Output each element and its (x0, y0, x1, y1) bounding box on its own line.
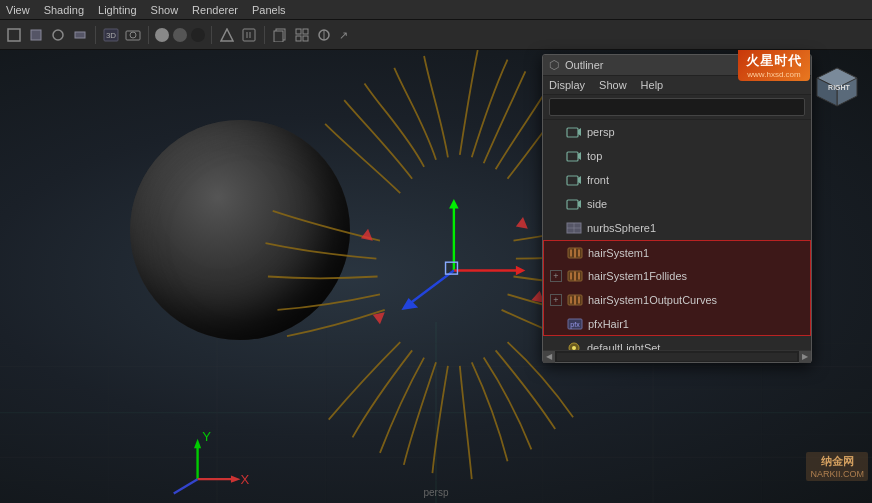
logo: 火星时代 www.hxsd.com (738, 50, 810, 81)
svg-point-2 (53, 30, 63, 40)
toolbar-separator-3 (211, 26, 212, 44)
expand-btn-outputcurves[interactable]: + (550, 294, 562, 306)
toolbar-circle-dark[interactable] (173, 28, 187, 42)
svg-rect-13 (274, 31, 283, 42)
hair-curves-icon (566, 291, 584, 309)
svg-marker-8 (221, 29, 233, 41)
3d-sphere (130, 120, 350, 340)
svg-rect-48 (446, 262, 458, 274)
hscroll-left-btn[interactable]: ◀ (543, 351, 555, 363)
item-hairoutputcurves-label: hairSystem1OutputCurves (588, 294, 804, 306)
svg-line-46 (406, 271, 454, 307)
menu-view[interactable]: View (6, 4, 30, 16)
svg-rect-3 (75, 32, 85, 38)
menu-panels[interactable]: Panels (252, 4, 286, 16)
item-hairfollides-label: hairSystem1Follides (588, 270, 804, 282)
outliner-menu-help[interactable]: Help (641, 78, 664, 92)
toolbar-separator-4 (264, 26, 265, 44)
outliner-icon: ⬡ (549, 58, 559, 72)
expand-btn-follides[interactable]: + (550, 270, 562, 282)
toolbar-icon-grid[interactable] (292, 25, 312, 45)
toolbar-separator-1 (95, 26, 96, 44)
svg-rect-16 (296, 36, 301, 41)
lightset-icon (565, 339, 583, 350)
svg-rect-56 (567, 128, 578, 137)
view-cube-label: RIGHT (828, 84, 851, 91)
item-hairsystem1-label: hairSystem1 (588, 247, 804, 259)
toolbar-icon-paint[interactable] (314, 25, 334, 45)
view-cube[interactable]: RIGHT (812, 58, 862, 108)
menu-lighting[interactable]: Lighting (98, 4, 137, 16)
outliner-item-pfxhair[interactable]: pfx pfxHair1 (543, 312, 811, 336)
svg-marker-47 (401, 298, 418, 310)
toolbar-circle-gray[interactable] (155, 28, 169, 42)
toolbar-icon-select[interactable] (4, 25, 24, 45)
outliner-title: Outliner (565, 59, 604, 71)
svg-text:3D: 3D (106, 31, 116, 40)
svg-rect-17 (303, 36, 308, 41)
outliner-search-area (543, 95, 811, 120)
toolbar-icon-render[interactable] (239, 25, 259, 45)
outliner-item-hairsystem1[interactable]: hairSystem1 (543, 240, 811, 264)
camera-icon (565, 195, 583, 213)
toolbar-circle-black[interactable] (191, 28, 205, 42)
svg-rect-1 (31, 30, 41, 40)
outliner-item-side[interactable]: side (543, 192, 811, 216)
outliner-search-input[interactable] (549, 98, 805, 116)
menu-show[interactable]: Show (151, 4, 179, 16)
item-front-label: front (587, 174, 805, 186)
svg-point-7 (130, 32, 136, 38)
svg-rect-0 (8, 29, 20, 41)
watermark-line2: NARKII.COM (810, 469, 864, 479)
svg-rect-15 (303, 29, 308, 34)
mesh-icon (565, 219, 583, 237)
outliner-item-front[interactable]: front (543, 168, 811, 192)
toolbar-icon-camera[interactable] (123, 25, 143, 45)
outliner-item-persp[interactable]: persp (543, 120, 811, 144)
camera-icon (565, 171, 583, 189)
outliner-item-hairoutputcurves[interactable]: + hairSystem1OutputCurves (543, 288, 811, 312)
toolbar-icon-scale[interactable] (70, 25, 90, 45)
svg-point-82 (572, 346, 576, 350)
item-top-label: top (587, 150, 805, 162)
toolbar-icon-export[interactable]: ↗ (336, 25, 356, 45)
item-side-label: side (587, 198, 805, 210)
camera-icon (565, 123, 583, 141)
outliner-menu-show[interactable]: Show (599, 78, 627, 92)
watermark-line1: 纳金网 (810, 454, 864, 469)
view-cube-container[interactable]: RIGHT (812, 58, 862, 111)
outliner-item-defaultlightset[interactable]: defaultLightSet (543, 336, 811, 350)
svg-rect-62 (567, 200, 578, 209)
item-nurbssphere-label: nurbsSphere1 (587, 222, 805, 234)
toolbar-icon-3[interactable]: 3D (101, 25, 121, 45)
logo-url: www.hxsd.com (746, 70, 802, 79)
svg-marker-45 (516, 266, 526, 276)
watermark: 纳金网 NARKII.COM (806, 452, 868, 481)
outliner-content[interactable]: persp top front (543, 120, 811, 350)
outliner-item-nurbssphere[interactable]: nurbsSphere1 (543, 216, 811, 240)
svg-marker-52 (516, 217, 528, 229)
menu-renderer[interactable]: Renderer (192, 4, 238, 16)
hair-icon (566, 244, 584, 262)
svg-rect-58 (567, 152, 578, 161)
menubar: View Shading Lighting Show Renderer Pane… (0, 0, 872, 20)
svg-marker-43 (449, 199, 459, 209)
outliner-item-top[interactable]: top (543, 144, 811, 168)
toolbar-icon-move[interactable] (26, 25, 46, 45)
svg-rect-60 (567, 176, 578, 185)
menu-shading[interactable]: Shading (44, 4, 84, 16)
outliner-menu-display[interactable]: Display (549, 78, 585, 92)
outliner-item-hairfollides[interactable]: + hairSystem1Follides (543, 264, 811, 288)
toolbar-icon-rotate[interactable] (48, 25, 68, 45)
toolbar-icon-snap[interactable] (217, 25, 237, 45)
hscroll-track[interactable] (557, 353, 797, 361)
svg-rect-9 (243, 29, 255, 41)
svg-rect-14 (296, 29, 301, 34)
item-persp-label: persp (587, 126, 805, 138)
toolbar-icon-copy[interactable] (270, 25, 290, 45)
camera-icon (565, 147, 583, 165)
item-pfxhair-label: pfxHair1 (588, 318, 804, 330)
svg-text:↗: ↗ (339, 29, 348, 41)
svg-marker-49 (361, 229, 373, 241)
hscroll-right-btn[interactable]: ▶ (799, 351, 811, 363)
